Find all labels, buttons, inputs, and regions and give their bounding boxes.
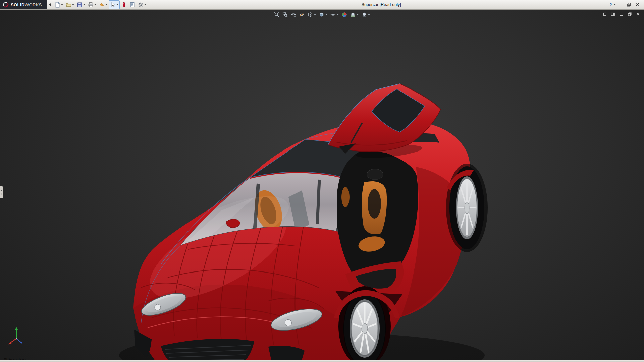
undo-icon <box>99 2 105 8</box>
previous-view-button[interactable] <box>289 11 298 18</box>
document-title: Supercar [Read-only] <box>362 2 401 7</box>
car-rear-wheel[interactable] <box>446 164 488 252</box>
brand-text-works: WORKS <box>25 2 42 7</box>
dropdown-caret-icon[interactable] <box>325 14 327 15</box>
maximize-window-button[interactable] <box>625 1 633 8</box>
new-document-button[interactable] <box>53 0 64 9</box>
maximize-restore-icon <box>627 2 631 7</box>
minimize-icon <box>618 2 623 7</box>
file-properties-icon <box>129 2 135 8</box>
help-button[interactable] <box>608 1 616 8</box>
print-icon <box>88 2 94 8</box>
edit-appearance-button[interactable] <box>340 11 348 18</box>
dropdown-caret-icon[interactable] <box>116 4 118 5</box>
roll-bar-2 <box>317 180 319 224</box>
options-gear-icon <box>138 2 144 8</box>
minimize-window-button[interactable] <box>616 1 625 8</box>
dropdown-caret-icon[interactable] <box>337 14 339 15</box>
graphics-viewport[interactable]: *Dimetric <box>0 9 644 362</box>
left-triangle-icon <box>49 3 51 6</box>
child-restore-button[interactable] <box>626 11 633 17</box>
dropdown-caret-icon[interactable] <box>357 14 359 15</box>
restore-icon <box>628 12 632 16</box>
triad-axis-y <box>15 327 18 339</box>
display-style-button[interactable] <box>318 11 329 18</box>
child-minimize-button[interactable] <box>618 11 625 17</box>
section-view-button[interactable] <box>298 11 306 18</box>
featuremanager-collapsed-tab[interactable] <box>0 186 3 198</box>
display-style-icon <box>319 12 324 17</box>
triad-axis-x <box>8 339 16 345</box>
dropdown-caret-icon[interactable] <box>83 4 85 5</box>
heads-up-toolbar <box>273 11 371 18</box>
open-folder-icon <box>66 2 71 8</box>
solidworks-logo-icon <box>3 2 9 8</box>
document-window-controls <box>601 11 641 17</box>
dropdown-caret-icon[interactable] <box>614 4 616 5</box>
apply-scene-button[interactable] <box>349 11 360 18</box>
select-cursor-icon <box>110 2 116 8</box>
new-document-icon <box>55 2 60 8</box>
open-button[interactable] <box>64 0 75 9</box>
previous-view-icon <box>291 12 296 17</box>
view-orientation-button[interactable] <box>306 11 317 18</box>
triad-axis-z <box>16 339 22 344</box>
rebuild-button[interactable] <box>120 0 128 9</box>
triad-origin <box>16 338 17 339</box>
dropdown-caret-icon[interactable] <box>72 4 74 5</box>
dropdown-caret-icon[interactable] <box>144 4 146 5</box>
options-button[interactable] <box>137 0 148 9</box>
minimize-icon <box>619 12 624 16</box>
select-tool-button[interactable] <box>109 0 120 9</box>
file-properties-button[interactable] <box>128 0 137 9</box>
view-orientation-cube-icon <box>308 12 313 17</box>
rebuild-icon <box>121 2 127 8</box>
hide-show-items-button[interactable] <box>329 11 340 18</box>
view-settings-button[interactable] <box>360 11 371 18</box>
collapse-left-triangle-icon <box>1 193 2 195</box>
zoom-to-area-icon <box>282 12 288 17</box>
zoom-to-area-button[interactable] <box>281 11 289 18</box>
pane-toggle-left-icon <box>602 12 607 16</box>
apply-scene-icon <box>350 12 356 17</box>
solidworks-window: SOLIDWORKS Supercar [Read-only] <box>0 0 644 362</box>
dropdown-caret-icon[interactable] <box>314 14 316 15</box>
orientation-triad <box>6 326 27 347</box>
titlebar: SOLIDWORKS Supercar [Read-only] <box>0 0 644 10</box>
view-settings-icon <box>362 12 367 17</box>
dropdown-caret-icon[interactable] <box>61 4 63 5</box>
pane-toggle-right-icon <box>611 12 615 16</box>
section-view-icon <box>299 12 305 17</box>
print-button[interactable] <box>87 0 98 9</box>
close-window-button[interactable] <box>633 1 641 8</box>
dropdown-caret-icon[interactable] <box>94 4 96 5</box>
car-model-render[interactable] <box>0 9 644 362</box>
hide-show-glasses-icon <box>330 12 336 17</box>
child-close-button[interactable] <box>635 11 641 17</box>
solidworks-logo: SOLIDWORKS <box>0 0 47 9</box>
edit-appearance-sphere-icon <box>342 12 347 17</box>
dropdown-caret-icon[interactable] <box>368 14 370 15</box>
undo-button[interactable] <box>98 0 109 9</box>
expand-right-triangle-icon <box>1 190 2 192</box>
show-featuremanager-pane-button[interactable] <box>601 11 608 17</box>
close-icon <box>635 2 640 7</box>
save-button[interactable] <box>75 0 87 9</box>
brand-text-solid: SOLID <box>11 2 25 7</box>
close-icon <box>636 12 640 16</box>
window-controls <box>608 1 644 8</box>
help-icon <box>608 2 613 7</box>
zoom-to-fit-button[interactable] <box>273 11 281 18</box>
menu-pin-arrow[interactable] <box>48 1 52 8</box>
save-icon <box>77 2 83 8</box>
zoom-to-fit-icon <box>274 12 279 17</box>
main-toolbar <box>53 0 148 9</box>
status-bar-edge <box>0 360 644 362</box>
brand-text: SOLIDWORKS <box>11 2 42 7</box>
dropdown-caret-icon[interactable] <box>105 4 107 5</box>
passenger-seat-sliver <box>341 187 350 207</box>
show-display-pane-button[interactable] <box>609 11 616 17</box>
